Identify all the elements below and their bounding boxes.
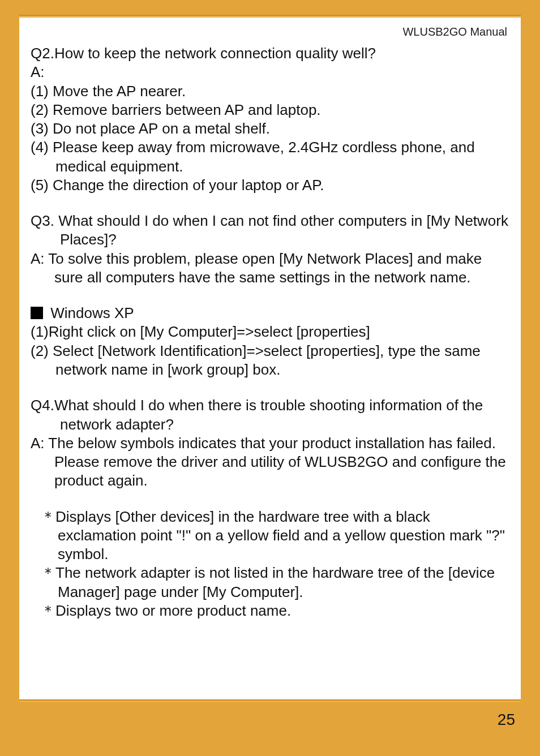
windows-xp-heading: Windows XP: [31, 304, 509, 323]
doc-header: WLUSB2GO Manual: [31, 25, 509, 38]
q2-question: Q2.How to keep the network connection qu…: [31, 44, 509, 63]
q3-answer: A: To solve this problem, please open [M…: [31, 250, 509, 287]
asterisk-icon: ＊: [41, 508, 55, 525]
winxp-step-1: (1)Right click on [My Computer]=>select …: [31, 323, 509, 341]
q2-answer-item-5: (5) Change the direction of your laptop …: [31, 176, 509, 195]
q2-answer-item-4: (4) Please keep away from microwave, 2.4…: [31, 138, 509, 176]
q4-bullet-3-text: Displays two or more product name.: [55, 602, 291, 619]
square-bullet-icon: [31, 307, 43, 319]
winxp-step-2: (2) Select [Network Identification]=>sel…: [31, 342, 509, 380]
body-text: Q2.How to keep the network connection qu…: [31, 44, 509, 620]
asterisk-icon: ＊: [41, 602, 55, 619]
page-background: WLUSB2GO Manual Q2.How to keep the netwo…: [0, 0, 540, 756]
bottom-rule: [19, 699, 521, 702]
windows-xp-label: Windows XP: [46, 304, 134, 321]
q4-bullet-2: ＊The network adapter is not listed in th…: [31, 564, 509, 602]
content-sheet: WLUSB2GO Manual Q2.How to keep the netwo…: [19, 18, 521, 699]
q4-bullet-1-text: Displays [Other devices] in the hardware…: [55, 508, 505, 563]
q2-answer-item-2: (2) Remove barriers between AP and lapto…: [31, 101, 509, 119]
q2-answer-label: A:: [31, 63, 509, 81]
q4-answer: A: The below symbols indicates that your…: [31, 434, 509, 491]
q4-bullet-1: ＊Displays [Other devices] in the hardwar…: [31, 508, 509, 564]
q4-bullet-2-text: The network adapter is not listed in the…: [55, 564, 495, 600]
q4-question: Q4.What should I do when there is troubl…: [31, 396, 509, 434]
q2-answer-item-3: (3) Do not place AP on a metal shelf.: [31, 119, 509, 138]
asterisk-icon: ＊: [41, 564, 55, 581]
top-rule: [19, 15, 521, 17]
page-number: 25: [498, 711, 515, 729]
q3-question: Q3. What should I do when I can not find…: [31, 212, 509, 250]
q4-bullet-3: ＊Displays two or more product name.: [31, 602, 509, 620]
q2-answer-item-1: (1) Move the AP nearer.: [31, 82, 509, 101]
